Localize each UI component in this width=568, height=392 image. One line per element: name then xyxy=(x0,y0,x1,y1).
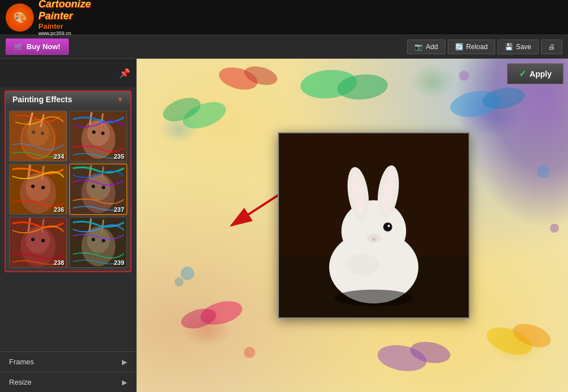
svg-point-19 xyxy=(31,185,34,188)
svg-point-68 xyxy=(342,201,407,262)
svg-point-74 xyxy=(388,225,390,227)
svg-point-26 xyxy=(91,185,95,188)
frames-section[interactable]: Frames ▶ xyxy=(0,351,136,372)
svg-point-12 xyxy=(92,130,95,134)
print-button[interactable]: 🖨 xyxy=(541,40,562,54)
svg-point-30 xyxy=(26,228,50,254)
painting-effects-title: Painting Effects xyxy=(12,95,72,104)
bottom-sections: Frames ▶ Resize ▶ xyxy=(0,351,136,392)
effect-239-number: 239 xyxy=(114,259,124,266)
main-photo xyxy=(278,132,470,319)
svg-point-76 xyxy=(372,238,375,241)
toolbar: 🛒 Buy Now! 📷 Add 🔄 Reload 💾 Save 🖨 xyxy=(0,35,568,59)
painting-effects-section: Painting Effects ▼ xyxy=(5,90,132,272)
effect-237-number: 237 xyxy=(114,206,124,213)
svg-point-77 xyxy=(346,253,379,276)
painting-effects-header[interactable]: Painting Effects ▼ xyxy=(6,92,130,107)
svg-point-40 xyxy=(91,238,95,241)
add-icon: 📷 xyxy=(414,43,423,51)
svg-point-5 xyxy=(32,130,35,134)
effect-item-235[interactable]: 235 xyxy=(69,111,128,162)
main-layout: 📌 Painting Effects ▼ xyxy=(0,59,568,392)
apply-label: Apply xyxy=(530,69,552,79)
logo-content: Cartoonize Painter Painter www.pc359.cn xyxy=(38,0,119,36)
reload-icon: 🔄 xyxy=(455,43,464,51)
toolbar-right: 📷 Add 🔄 Reload 💾 Save 🖨 xyxy=(407,40,562,54)
add-button[interactable]: 📷 Add xyxy=(407,40,445,54)
cart-icon: 🛒 xyxy=(14,42,23,51)
effect-236-number: 236 xyxy=(54,206,64,213)
save-icon: 💾 xyxy=(505,43,513,51)
svg-point-13 xyxy=(101,132,104,135)
pin-icon[interactable]: 📌 xyxy=(119,68,130,79)
effect-item-238[interactable]: 238 xyxy=(9,217,67,268)
paint-splat-4 xyxy=(159,115,199,143)
logo: 🎨 Cartoonize Painter Painter www.pc359.c… xyxy=(6,2,119,33)
effect-235-number: 235 xyxy=(114,153,124,160)
app-subtitle: Painter xyxy=(38,22,119,31)
app-title: Cartoonize Painter xyxy=(38,0,119,22)
svg-point-33 xyxy=(31,238,34,241)
effect-item-239[interactable]: 239 xyxy=(69,217,128,268)
svg-point-34 xyxy=(41,239,45,242)
svg-point-78 xyxy=(335,290,413,307)
rabbit-svg xyxy=(279,133,469,317)
apply-button[interactable]: ✓ Apply xyxy=(507,63,563,84)
paint-splat-5 xyxy=(182,313,233,347)
sidebar-top: 📌 xyxy=(0,59,136,87)
header: 🎨 Cartoonize Painter Painter www.pc359.c… xyxy=(0,0,568,35)
save-button[interactable]: 💾 Save xyxy=(497,40,539,54)
print-icon: 🖨 xyxy=(548,43,555,51)
paint-splat-2 xyxy=(410,64,455,98)
app-url: www.pc359.cn xyxy=(38,31,119,36)
resize-section[interactable]: Resize ▶ xyxy=(0,372,136,392)
resize-arrow: ▶ xyxy=(122,378,127,386)
effects-scroll[interactable]: 234 xyxy=(6,107,130,271)
effect-item-234[interactable]: 234 xyxy=(9,111,67,162)
svg-point-73 xyxy=(383,223,392,232)
logo-icon: 🎨 xyxy=(6,3,34,32)
painting-effects-arrow: ▼ xyxy=(117,95,124,103)
photo-content xyxy=(279,133,469,317)
svg-point-37 xyxy=(87,228,110,253)
effect-238-number: 238 xyxy=(54,259,64,266)
frames-label: Frames xyxy=(9,358,34,366)
svg-point-6 xyxy=(41,132,44,135)
effects-grid: 234 xyxy=(6,107,130,271)
svg-point-27 xyxy=(102,186,105,189)
resize-label: Resize xyxy=(9,378,32,386)
sidebar: 📌 Painting Effects ▼ xyxy=(0,59,137,392)
paint-splat-3 xyxy=(489,324,545,364)
buy-now-button[interactable]: 🛒 Buy Now! xyxy=(6,38,69,55)
canvas-area: ✓ Apply xyxy=(137,59,568,392)
svg-point-20 xyxy=(41,186,45,189)
effect-item-236[interactable]: 236 xyxy=(9,164,67,215)
checkmark-icon: ✓ xyxy=(519,68,526,79)
effect-234-number: 234 xyxy=(54,153,64,160)
purple-splash xyxy=(455,59,568,228)
reload-button[interactable]: 🔄 Reload xyxy=(448,40,495,54)
frames-arrow: ▶ xyxy=(122,358,127,366)
effect-item-237[interactable]: 237 xyxy=(69,164,128,215)
